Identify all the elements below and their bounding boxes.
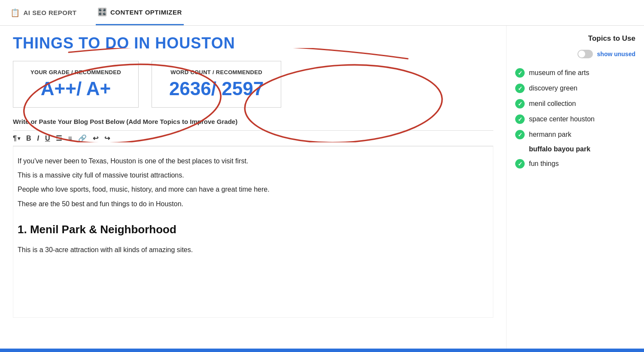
link-icon: 🔗 [78, 134, 87, 142]
editor-content[interactable]: If you've never been to Texas, Houston i… [13, 147, 493, 267]
editor-heading-1: 1. Menil Park & Neighborhood [18, 220, 489, 239]
unordered-list-button[interactable]: ≡ [68, 135, 72, 142]
check-icon-menil [515, 99, 525, 108]
topic-label-discovery: discovery green [529, 84, 577, 92]
editor-paragraph-5: This is a 30-acre attraction with all ki… [18, 244, 489, 256]
instruction-text: Write or Paste Your Blog Post Below (Add… [13, 118, 493, 125]
editor-paragraph-3: People who love sports, food, music, his… [18, 184, 489, 195]
topic-item-fun-things[interactable]: fun things [515, 156, 635, 171]
redo-button[interactable]: ↪ [104, 134, 110, 142]
grade-value: A++/ A+ [30, 78, 121, 99]
editor-panel: THINGS TO DO IN HOUSTON YOUR GRADE / REC… [0, 26, 507, 352]
topic-label-menil: menil collection [529, 100, 576, 108]
grade-box: YOUR GRADE / RECOMMENDED A++/ A+ [13, 61, 139, 108]
show-unused-toggle[interactable] [577, 50, 593, 58]
tab-content-optimizer[interactable]: 🎛️ CONTENT OPTIMIZER [96, 0, 184, 25]
check-icon-hermann [515, 130, 525, 139]
page-title: THINGS TO DO IN HOUSTON [13, 34, 493, 52]
paragraph-dropdown-arrow: ▾ [18, 135, 20, 141]
topic-label-museum: museum of fine arts [529, 69, 589, 77]
underline-button[interactable]: U [45, 135, 50, 142]
tab-ai-seo-report[interactable]: 📋 AI SEO REPORT [9, 0, 79, 25]
topic-label-space: space center houston [529, 115, 595, 123]
editor-toolbar: ¶ ▾ B I U ☰ ≡ 🔗 ↩ [13, 130, 493, 146]
redo-icon: ↪ [104, 134, 110, 142]
unordered-list-icon: ≡ [68, 135, 72, 142]
check-icon-discovery [515, 84, 525, 93]
paragraph-icon: ¶ [13, 135, 17, 142]
topics-sidebar: Topics to Use show unused museum of fine… [507, 26, 644, 352]
ordered-list-button[interactable]: ☰ [56, 134, 62, 142]
topic-item-buffalo-bayou[interactable]: buffalo bayou park [515, 142, 635, 156]
wordcount-label: WORD COUNT / RECOMMENDED [169, 69, 264, 75]
underline-icon: U [45, 135, 50, 142]
bottom-accent-bar [0, 349, 644, 352]
check-icon-museum [515, 68, 525, 78]
topic-item-menil-collection[interactable]: menil collection [515, 96, 635, 111]
editor-paragraph-1: If you've never been to Texas, Houston i… [18, 155, 489, 167]
topic-item-space-center[interactable]: space center houston [515, 111, 635, 127]
undo-button[interactable]: ↩ [93, 134, 98, 142]
check-icon-fun [515, 159, 525, 168]
topic-label-buffalo: buffalo bayou park [529, 145, 590, 153]
italic-button[interactable]: I [37, 135, 39, 142]
italic-icon: I [37, 135, 39, 142]
paragraph-button[interactable]: ¶ ▾ [13, 135, 20, 142]
topic-item-discovery-green[interactable]: discovery green [515, 81, 635, 96]
topic-label-hermann: hermann park [529, 131, 571, 138]
bold-icon: B [26, 135, 31, 142]
bold-button[interactable]: B [26, 135, 31, 142]
main-content: THINGS TO DO IN HOUSTON YOUR GRADE / REC… [0, 26, 644, 352]
link-button[interactable]: 🔗 [78, 134, 87, 142]
ordered-list-icon: ☰ [56, 134, 62, 142]
undo-icon: ↩ [93, 134, 98, 142]
wordcount-box: WORD COUNT / RECOMMENDED 2636/ 2597 [152, 61, 281, 108]
check-icon-space [515, 114, 525, 124]
topic-item-museum-of-fine-arts[interactable]: museum of fine arts [515, 65, 635, 81]
topic-label-fun: fun things [529, 160, 559, 168]
wordcount-value: 2636/ 2597 [169, 78, 264, 99]
editor-paragraph-4: These are the 50 best and fun things to … [18, 198, 489, 210]
editor-paragraph-2: This is a massive city full of massive t… [18, 169, 489, 181]
editor-scroll-area[interactable]: If you've never been to Texas, Houston i… [13, 146, 493, 318]
show-unused-label: show unused [597, 51, 635, 57]
topic-item-hermann-park[interactable]: hermann park [515, 127, 635, 142]
grade-label: YOUR GRADE / RECOMMENDED [30, 69, 121, 75]
sidebar-title: Topics to Use [515, 34, 635, 43]
optimizer-icon: 🎛️ [97, 7, 107, 17]
topics-list: museum of fine arts discovery green meni… [515, 65, 635, 171]
show-unused-row: show unused [515, 50, 635, 58]
seo-report-icon: 📋 [10, 8, 20, 18]
top-navigation: 📋 AI SEO REPORT 🎛️ CONTENT OPTIMIZER [0, 0, 644, 26]
grades-row: YOUR GRADE / RECOMMENDED A++/ A+ WORD CO… [13, 61, 493, 108]
